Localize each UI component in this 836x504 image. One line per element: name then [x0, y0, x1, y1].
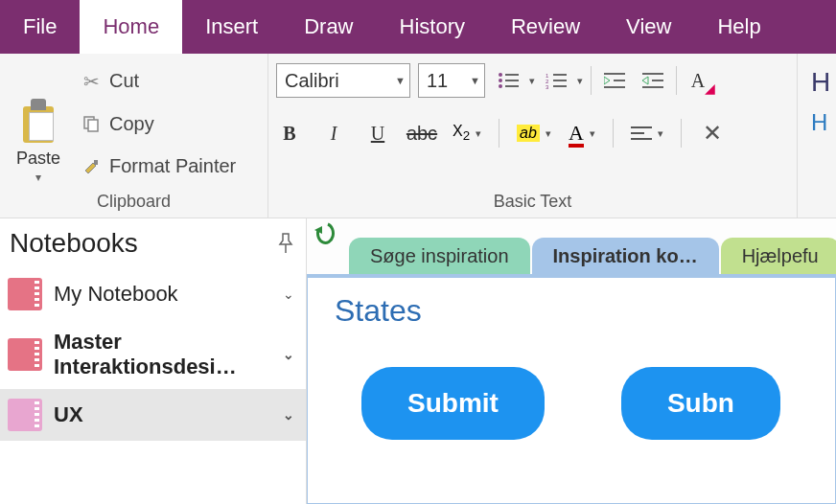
format-painter-button[interactable]: Format Painter	[75, 151, 242, 181]
section-tab-soge[interactable]: Søge inspiration	[349, 238, 530, 278]
svg-marker-15	[604, 77, 610, 84]
submit-graphic-1: Submit	[361, 367, 545, 440]
subscript-button[interactable]: X2▾	[453, 123, 481, 143]
tab-view[interactable]: View	[603, 0, 694, 54]
align-button[interactable]: ▾	[631, 126, 663, 141]
notebook-icon	[8, 399, 42, 431]
chevron-down-icon: ▼	[470, 75, 480, 86]
notebook-label: UX	[54, 402, 271, 427]
tab-review[interactable]: Review	[488, 0, 603, 54]
notebook-item-master[interactable]: Master Interaktionsdesi… ⌄	[0, 320, 306, 389]
svg-point-7	[499, 84, 502, 88]
tab-help[interactable]: Help	[694, 0, 783, 54]
numbered-list-button[interactable]: 123	[541, 67, 571, 94]
notebook-label: My Notebook	[54, 282, 271, 307]
clipboard-icon	[19, 99, 58, 145]
font-family-value: Calibri	[285, 70, 339, 92]
separator	[676, 66, 677, 95]
notebook-item-ux[interactable]: UX ⌄	[0, 389, 306, 441]
delete-button[interactable]: ✕	[699, 120, 726, 147]
section-tabs: Søge inspiration Inspiration ko… Hjælpef…	[349, 238, 836, 278]
chevron-down-icon: ⌄	[283, 347, 294, 362]
page-content-image: Submit Subn	[335, 367, 808, 440]
svg-text:3: 3	[546, 84, 549, 89]
bullet-list-button[interactable]	[493, 67, 523, 94]
tab-draw[interactable]: Draw	[281, 0, 376, 54]
chevron-down-icon: ⌄	[283, 407, 294, 423]
copy-button[interactable]: Copy	[75, 109, 242, 139]
workspace: Notebooks My Notebook ⌄ Master Interakti…	[0, 218, 836, 504]
menu-bar: File Home Insert Draw History Review Vie…	[0, 0, 836, 54]
copy-icon	[81, 114, 102, 133]
page-title[interactable]: States	[335, 293, 808, 329]
paste-label: Paste	[16, 149, 60, 169]
heading2-preview[interactable]: H	[811, 109, 823, 136]
notebooks-sidebar: Notebooks My Notebook ⌄ Master Interakti…	[0, 218, 307, 504]
underline-button[interactable]: U	[364, 120, 391, 147]
font-size-value: 11	[427, 70, 448, 92]
font-color-button[interactable]: A▾	[569, 121, 595, 146]
page-body[interactable]: States Submit Subn	[307, 274, 836, 504]
chevron-down-icon[interactable]: ▾	[577, 75, 583, 87]
tab-history[interactable]: History	[377, 0, 488, 54]
chevron-down-icon: ▼	[395, 75, 406, 86]
ribbon-group-clipboard: Paste ▾ ✂ Cut Copy Form	[0, 54, 268, 218]
svg-point-5	[499, 79, 502, 82]
ribbon-group-basic-text: Calibri ▼ 11 ▼ ▾ 123 ▾	[268, 54, 798, 218]
separator	[681, 119, 682, 148]
notebook-item-my-notebook[interactable]: My Notebook ⌄	[0, 268, 306, 320]
heading1-preview[interactable]: H	[811, 67, 823, 98]
scissors-icon: ✂	[81, 70, 102, 93]
bold-button[interactable]: B	[276, 120, 303, 147]
italic-button[interactable]: I	[320, 120, 347, 147]
svg-marker-19	[642, 77, 648, 84]
font-family-selector[interactable]: Calibri ▼	[276, 63, 410, 98]
chevron-down-icon: ⌄	[283, 286, 294, 302]
sidebar-title: Notebooks	[10, 228, 138, 259]
separator	[499, 119, 499, 148]
notebook-icon	[8, 278, 42, 310]
notebook-icon	[8, 338, 42, 371]
cut-button[interactable]: ✂ Cut	[75, 66, 242, 97]
svg-rect-1	[88, 120, 98, 131]
format-painter-label: Format Painter	[109, 155, 236, 177]
tab-file[interactable]: File	[0, 0, 80, 54]
section-tab-inspiration[interactable]: Inspiration ko…	[532, 238, 719, 278]
outdent-button[interactable]	[599, 67, 630, 94]
canvas-area: Søge inspiration Inspiration ko… Hjælpef…	[307, 218, 836, 504]
ribbon-group-headings: H H	[798, 54, 836, 218]
group-label-basic-text: Basic Text	[276, 188, 789, 214]
group-label-clipboard: Clipboard	[8, 188, 260, 214]
svg-point-3	[499, 73, 502, 77]
cut-label: Cut	[109, 70, 139, 92]
indent-button[interactable]	[638, 67, 668, 94]
tab-home[interactable]: Home	[80, 0, 182, 54]
section-tab-hjaelpe[interactable]: Hjælpefu	[721, 238, 836, 278]
undo-icon[interactable]	[314, 220, 336, 245]
clear-formatting-button[interactable]: A◢	[685, 67, 711, 94]
highlight-button[interactable]: ab▾	[517, 125, 551, 142]
ribbon: Paste ▾ ✂ Cut Copy Form	[0, 54, 836, 218]
notebook-label: Master Interaktionsdesi…	[54, 330, 271, 379]
submit-graphic-2: Subn	[621, 367, 780, 440]
tab-insert[interactable]: Insert	[182, 0, 281, 54]
font-size-selector[interactable]: 11 ▼	[418, 63, 485, 98]
paintbrush-icon	[81, 157, 102, 176]
separator	[591, 66, 592, 95]
separator	[613, 119, 614, 148]
strikethrough-button[interactable]: abc	[408, 120, 435, 147]
chevron-down-icon[interactable]: ▾	[35, 171, 41, 184]
copy-label: Copy	[109, 113, 154, 135]
pin-icon[interactable]	[277, 233, 294, 254]
svg-rect-2	[94, 160, 98, 165]
chevron-down-icon[interactable]: ▾	[529, 75, 535, 87]
paste-button[interactable]: Paste ▾	[8, 59, 69, 188]
